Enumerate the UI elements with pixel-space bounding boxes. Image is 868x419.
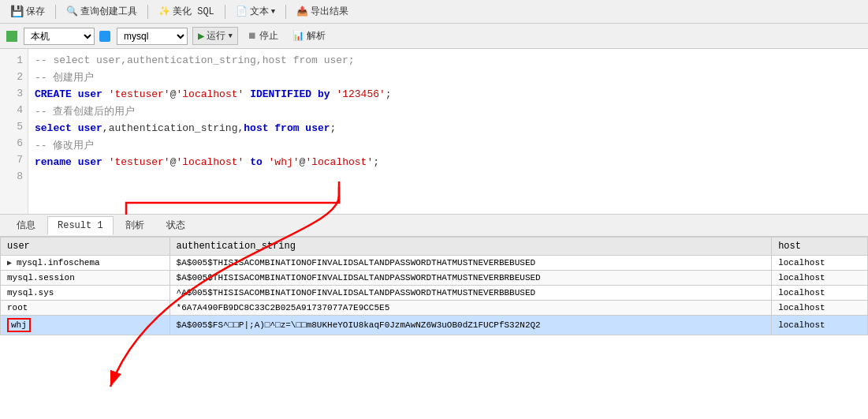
table-row[interactable]: ▶ mysql.infoschema$A$005$THISISACOMBINAT… [1,256,868,271]
text-icon: 📄 [236,6,248,17]
stop-button[interactable]: ⏹ 停止 [243,28,283,44]
connection-select[interactable]: 本机 [24,28,95,45]
explain-icon: 📊 [292,30,304,42]
query-tool-button[interactable]: 🔍 查询创建工具 [62,3,141,20]
results-area: userauthentication_stringhost▶ mysql.inf… [0,237,868,381]
stop-icon: ⏹ [248,30,257,42]
code-line-8: rename user 'testuser'@'localhost' to 'w… [35,154,862,170]
export-icon: 📤 [296,6,308,17]
col-header-authentication_string: authentication_string [170,238,772,256]
col-header-user: user [1,238,170,256]
run-dropdown-icon: ▼ [228,32,232,40]
table-row[interactable]: mysql.session$A$005$THISISACOMBINATIONOF… [1,271,868,286]
code-line-4: CREATE user 'testuser'@'localhost' IDENT… [35,86,862,103]
code-line-6: select user,authentication_string,host f… [35,120,862,137]
code-line-1: -- select user,authentication_string,hos… [35,52,862,69]
export-button[interactable]: 📤 导出结果 [292,3,352,20]
export-label: 导出结果 [311,5,348,18]
code-line-7: -- 修改用户 [35,137,862,154]
save-label: 保存 [26,5,45,18]
line-numbers: 12345678 [0,49,28,214]
col-header-host: host [772,238,868,256]
tab-剖析[interactable]: 剖析 [115,215,155,236]
cell-auth: $A$005$THISISACOMBINATIONOFINVALIDSALTAN… [170,271,772,286]
cell-user: root [1,301,170,316]
tab-状态[interactable]: 状态 [156,215,196,236]
sep1 [55,5,56,19]
text-dropdown-icon: ▼ [271,8,275,16]
table-row[interactable]: root*6A7A490FB9DC8C33C2B025A91737077A7E9… [1,301,868,316]
highlighted-user: whj [7,318,31,332]
cell-host: localhost [772,286,868,301]
code-line-5: -- 查看创建后的用户 [35,103,862,120]
query-tool-label: 查询创建工具 [80,5,137,18]
cell-auth: *6A7A490FB9DC8C33C2B025A91737077A7E9CC5E… [170,301,772,316]
cell-host: localhost [772,271,868,286]
connection-bar: 本机 mysql ▶ 运行 ▼ ⏹ 停止 📊 解析 [0,24,868,49]
run-label: 运行 [207,29,225,43]
beautify-button[interactable]: ✨ 美化 SQL [155,3,218,20]
sep2 [147,5,148,19]
cell-user: ▶ mysql.infoschema [1,256,170,271]
cell-auth: $A$005$FS^□□P|;A)□^□z=\□□m8UKHeYOIU8kaqF… [170,316,772,335]
result-tabs: 信息Result 1剖析状态 [0,215,868,237]
code-line-3: -- 创建用户 [35,69,862,86]
cell-user: mysql.sys [1,286,170,301]
cell-host: localhost [772,316,868,335]
cell-user: mysql.session [1,271,170,286]
row-arrow-icon: ▶ [7,259,17,267]
explain-label: 解析 [307,29,326,43]
db-icon [99,31,110,42]
sep4 [285,5,286,19]
results-table: userauthentication_stringhost▶ mysql.inf… [0,237,868,335]
table-row[interactable]: mysql.sys^A$005$THISISACOMBINATIONOFINVA… [1,286,868,301]
save-icon: 💾 [10,5,24,18]
query-icon: 🔍 [66,6,78,17]
tab-信息[interactable]: 信息 [6,215,46,236]
save-button[interactable]: 💾 保存 [6,3,49,20]
database-select[interactable]: mysql [117,28,188,45]
table-row[interactable]: whj$A$005$FS^□□P|;A)□^□z=\□□m8UKHeYOIU8k… [1,316,868,335]
cell-user: whj [1,316,170,335]
text-label: 文本 [250,5,269,18]
cell-auth: ^A$005$THISISACOMBINATIONOFINVALIDSALTAN… [170,286,772,301]
cell-host: localhost [772,301,868,316]
code-editor[interactable]: 12345678 -- select user,authentication_s… [0,49,868,215]
code-content[interactable]: -- select user,authentication_string,hos… [28,49,868,214]
tab-result-1[interactable]: Result 1 [47,216,114,235]
conn-icon [6,31,17,42]
cell-auth: $A$005$THISISACOMBINATIONOFINVALIDSALTAN… [170,256,772,271]
stop-label: 停止 [259,29,278,43]
beautify-label: 美化 SQL [173,5,214,18]
run-button[interactable]: ▶ 运行 ▼ [192,27,238,45]
play-icon: ▶ [198,29,204,43]
beautify-icon: ✨ [158,6,170,17]
toolbar: 💾 保存 🔍 查询创建工具 ✨ 美化 SQL 📄 文本 ▼ 📤 导出结果 [0,0,868,24]
cell-host: localhost [772,256,868,271]
sep3 [225,5,225,19]
text-button[interactable]: 📄 文本 ▼ [232,3,279,20]
explain-button[interactable]: 📊 解析 [288,28,330,44]
